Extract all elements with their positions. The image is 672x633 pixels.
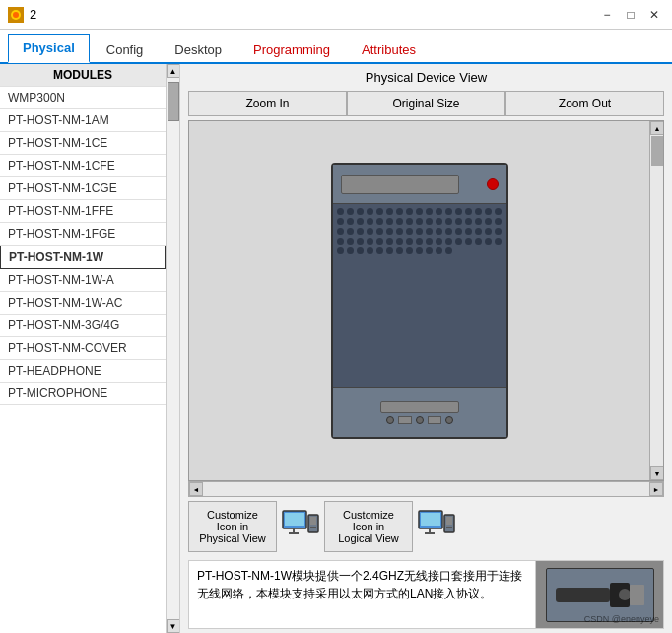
vent-hole	[357, 208, 364, 215]
vent-hole	[406, 238, 413, 245]
maximize-button[interactable]: □	[621, 6, 640, 24]
port-dot	[386, 416, 394, 424]
svg-rect-8	[310, 517, 316, 525]
list-item[interactable]: PT-HOST-NM-1W-AC	[0, 292, 166, 315]
v-scroll-down[interactable]: ▼	[650, 466, 664, 480]
vent-hole	[376, 238, 383, 245]
vent-hole	[436, 228, 442, 235]
vent-hole	[337, 247, 344, 254]
vent-hole	[367, 218, 373, 225]
list-item[interactable]: PT-HOST-NM-1CGE	[0, 177, 166, 200]
vent-hole	[337, 228, 344, 235]
vent-hole	[475, 208, 482, 215]
vent-hole	[347, 238, 354, 245]
list-item[interactable]: PT-HOST-NM-COVER	[0, 337, 166, 360]
vent-hole	[475, 238, 482, 245]
horizontal-scrollbar: ◄ ►	[188, 481, 664, 497]
customize-logical-button[interactable]: CustomizeIcon inLogical View	[324, 501, 413, 552]
v-scroll-track	[650, 135, 663, 466]
left-scrollbar: ▲ ▼	[166, 64, 179, 633]
tab-config[interactable]: Config	[92, 35, 159, 63]
thumb-svg	[551, 573, 649, 617]
title-bar: 2 − □ ✕	[0, 0, 672, 30]
logical-icon-placeholder	[417, 507, 456, 546]
device-view-container: ▲ ▼	[188, 120, 664, 481]
svg-rect-15	[446, 517, 452, 525]
v-scroll-up[interactable]: ▲	[650, 121, 664, 135]
v-scroll-thumb[interactable]	[651, 136, 663, 166]
h-scroll-left[interactable]: ◄	[189, 482, 203, 496]
scroll-up-button[interactable]: ▲	[167, 64, 180, 78]
device-drive	[341, 175, 459, 194]
vent-hole	[445, 247, 452, 254]
vent-hole	[436, 238, 442, 245]
list-item[interactable]: PT-HOST-NM-1FFE	[0, 200, 166, 223]
device-thumbnail: CSDN @enenyeye	[535, 561, 663, 628]
scroll-thumb[interactable]	[168, 82, 179, 121]
svg-rect-16	[446, 527, 452, 528]
vent-hole	[445, 218, 452, 225]
title-text: 2	[30, 7, 36, 22]
customize-physical-button[interactable]: CustomizeIcon inPhysical View	[188, 501, 277, 552]
svg-point-19	[619, 589, 631, 600]
vent-hole	[465, 218, 472, 225]
vent-hole	[406, 228, 413, 235]
original-size-button[interactable]: Original Size	[347, 91, 505, 116]
customize-logical-label: CustomizeIcon inLogical View	[338, 509, 399, 544]
vent-hole	[416, 238, 423, 245]
svg-rect-20	[630, 585, 644, 605]
vent-hole	[485, 228, 492, 235]
vent-hole	[376, 208, 383, 215]
zoom-in-button[interactable]: Zoom In	[188, 91, 347, 116]
tab-physical[interactable]: Physical	[8, 34, 90, 63]
vent-hole	[396, 218, 403, 225]
list-item[interactable]: PT-HOST-NM-1W-A	[0, 269, 166, 292]
vent-hole	[347, 228, 354, 235]
watermark-text: CSDN @enenyeye	[584, 614, 659, 624]
vent-hole	[386, 218, 393, 225]
device-bottom	[333, 387, 506, 437]
svg-rect-11	[421, 513, 440, 526]
vent-hole	[386, 208, 393, 215]
device-top	[333, 165, 506, 204]
vent-hole	[485, 208, 492, 215]
list-item[interactable]: WMP300N	[0, 87, 166, 109]
list-item[interactable]: PT-HOST-NM-3G/4G	[0, 315, 166, 337]
vent-hole	[406, 208, 413, 215]
vent-hole	[396, 247, 403, 254]
close-button[interactable]: ✕	[644, 6, 664, 24]
app-icon	[8, 7, 24, 23]
vent-hole	[416, 247, 423, 254]
minimize-button[interactable]: −	[597, 6, 617, 24]
tab-attributes[interactable]: Attributes	[347, 35, 431, 63]
vent-hole	[337, 218, 344, 225]
module-list-container: MODULES WMP300N PT-HOST-NM-1AM PT-HOST-N…	[0, 64, 166, 633]
vent-hole	[416, 228, 423, 235]
svg-rect-12	[429, 528, 431, 532]
vent-hole	[465, 228, 472, 235]
list-item[interactable]: PT-HOST-NM-1CE	[0, 132, 166, 155]
zoom-out-button[interactable]: Zoom Out	[505, 91, 664, 116]
device-ventilation	[333, 204, 506, 387]
list-item[interactable]: PT-HOST-NM-1CFE	[0, 155, 166, 177]
list-item[interactable]: PT-MICROPHONE	[0, 383, 166, 405]
vent-hole	[436, 218, 442, 225]
tabs-bar: Physical Config Desktop Programming Attr…	[0, 30, 672, 64]
computer-physical-icon	[281, 507, 320, 546]
list-item-selected[interactable]: PT-HOST-NM-1W	[0, 246, 166, 269]
h-scroll-track	[203, 482, 649, 496]
list-item[interactable]: PT-HOST-NM-1AM	[0, 109, 166, 132]
svg-rect-9	[310, 527, 316, 528]
list-item[interactable]: PT-HOST-NM-1FGE	[0, 223, 166, 246]
device-view-inner	[189, 121, 649, 480]
scroll-down-button[interactable]: ▼	[167, 619, 180, 633]
tab-programming[interactable]: Programming	[238, 35, 345, 63]
vent-hole	[376, 247, 383, 254]
list-item[interactable]: PT-HEADPHONE	[0, 360, 166, 383]
tab-desktop[interactable]: Desktop	[160, 35, 236, 63]
customize-physical-label: CustomizeIcon inPhysical View	[199, 509, 266, 544]
vent-hole	[436, 247, 442, 254]
vent-hole	[436, 208, 442, 215]
h-scroll-right[interactable]: ►	[649, 482, 663, 496]
port-dot	[445, 416, 453, 424]
